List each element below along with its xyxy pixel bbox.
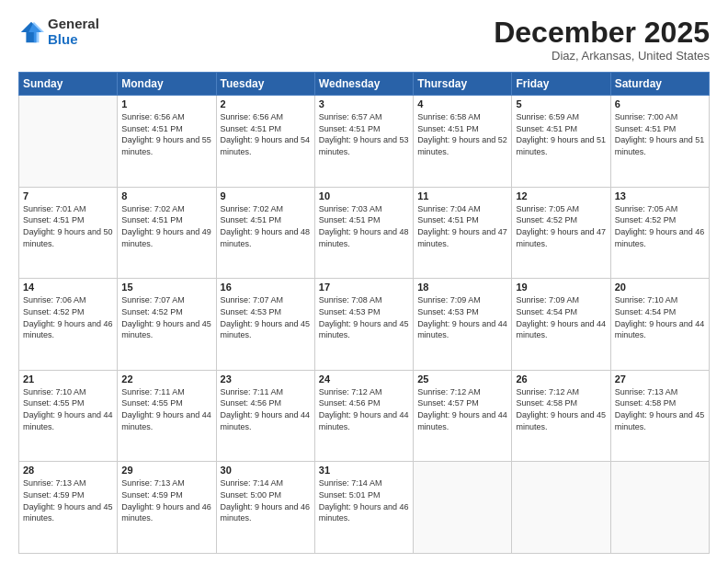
- day-info: Sunrise: 7:12 AMSunset: 4:56 PMDaylight:…: [319, 386, 409, 432]
- table-row: 28Sunrise: 7:13 AMSunset: 4:59 PMDayligh…: [19, 462, 118, 554]
- day-number: 13: [615, 190, 705, 201]
- sunrise-text: Sunrise: 7:12 AM: [417, 387, 481, 396]
- month-title: December 2025: [494, 17, 710, 49]
- table-row: 31Sunrise: 7:14 AMSunset: 5:01 PMDayligh…: [314, 462, 413, 554]
- table-row: [610, 462, 709, 554]
- day-number: 10: [319, 190, 409, 201]
- day-info: Sunrise: 7:14 AMSunset: 5:01 PMDaylight:…: [319, 477, 409, 523]
- sunset-text: Sunset: 4:51 PM: [121, 124, 183, 133]
- logo-general-text: General: [48, 17, 99, 32]
- day-info: Sunrise: 6:58 AMSunset: 4:51 PMDaylight:…: [417, 111, 507, 157]
- table-row: 6Sunrise: 7:00 AMSunset: 4:51 PMDaylight…: [610, 96, 709, 188]
- day-info: Sunrise: 7:13 AMSunset: 4:58 PMDaylight:…: [615, 386, 705, 432]
- sunset-text: Sunset: 4:51 PM: [221, 215, 282, 224]
- sunrise-text: Sunrise: 6:57 AM: [319, 112, 382, 121]
- sunrise-text: Sunrise: 7:02 AM: [221, 204, 284, 213]
- day-number: 24: [319, 373, 409, 385]
- daylight-text: Daylight: 9 hours and 45 minutes.: [516, 410, 606, 431]
- table-row: 29Sunrise: 7:13 AMSunset: 4:59 PMDayligh…: [118, 462, 216, 554]
- sunset-text: Sunset: 4:58 PM: [615, 398, 677, 408]
- day-info: Sunrise: 7:07 AMSunset: 4:53 PMDaylight:…: [221, 294, 311, 340]
- col-monday: Monday: [118, 73, 216, 96]
- calendar-week-1: 1Sunrise: 6:56 AMSunset: 4:51 PMDaylight…: [19, 96, 710, 188]
- daylight-text: Daylight: 9 hours and 44 minutes.: [516, 319, 606, 340]
- calendar-week-2: 7Sunrise: 7:01 AMSunset: 4:51 PMDaylight…: [19, 187, 710, 279]
- table-row: 14Sunrise: 7:06 AMSunset: 4:52 PMDayligh…: [19, 279, 118, 371]
- sunrise-text: Sunrise: 6:59 AM: [516, 112, 579, 121]
- day-number: 16: [221, 282, 311, 293]
- day-number: 7: [23, 190, 113, 201]
- daylight-text: Daylight: 9 hours and 53 minutes.: [319, 135, 409, 156]
- day-info: Sunrise: 7:08 AMSunset: 4:53 PMDaylight:…: [319, 294, 409, 340]
- day-info: Sunrise: 7:07 AMSunset: 4:52 PMDaylight:…: [121, 294, 211, 340]
- table-row: 25Sunrise: 7:12 AMSunset: 4:57 PMDayligh…: [414, 370, 512, 462]
- daylight-text: Daylight: 9 hours and 48 minutes.: [319, 227, 409, 248]
- day-info: Sunrise: 7:11 AMSunset: 4:56 PMDaylight:…: [221, 386, 311, 432]
- day-info: Sunrise: 7:10 AMSunset: 4:54 PMDaylight:…: [615, 294, 705, 340]
- sunrise-text: Sunrise: 7:10 AM: [615, 295, 678, 304]
- day-info: Sunrise: 7:00 AMSunset: 4:51 PMDaylight:…: [615, 111, 705, 157]
- daylight-text: Daylight: 9 hours and 49 minutes.: [121, 227, 211, 248]
- day-info: Sunrise: 7:04 AMSunset: 4:51 PMDaylight:…: [417, 203, 507, 249]
- daylight-text: Daylight: 9 hours and 44 minutes.: [221, 410, 311, 431]
- day-info: Sunrise: 7:11 AMSunset: 4:55 PMDaylight:…: [121, 386, 211, 432]
- sunset-text: Sunset: 4:51 PM: [319, 215, 381, 224]
- daylight-text: Daylight: 9 hours and 45 minutes.: [319, 319, 409, 340]
- daylight-text: Daylight: 9 hours and 54 minutes.: [221, 135, 311, 156]
- sunset-text: Sunset: 4:51 PM: [121, 215, 183, 224]
- day-number: 17: [319, 282, 409, 293]
- calendar-table: Sunday Monday Tuesday Wednesday Thursday…: [18, 72, 710, 554]
- sunset-text: Sunset: 4:55 PM: [23, 398, 85, 408]
- daylight-text: Daylight: 9 hours and 45 minutes.: [615, 410, 705, 431]
- title-block: December 2025 Diaz, Arkansas, United Sta…: [494, 17, 710, 63]
- table-row: 13Sunrise: 7:05 AMSunset: 4:52 PMDayligh…: [610, 187, 709, 279]
- table-row: 24Sunrise: 7:12 AMSunset: 4:56 PMDayligh…: [314, 370, 413, 462]
- sunset-text: Sunset: 5:01 PM: [319, 490, 381, 500]
- day-info: Sunrise: 6:56 AMSunset: 4:51 PMDaylight:…: [121, 111, 211, 157]
- logo: General Blue: [18, 17, 99, 47]
- table-row: 27Sunrise: 7:13 AMSunset: 4:58 PMDayligh…: [610, 370, 709, 462]
- sunrise-text: Sunrise: 7:05 AM: [516, 204, 579, 213]
- day-info: Sunrise: 7:13 AMSunset: 4:59 PMDaylight:…: [23, 477, 113, 523]
- sunset-text: Sunset: 4:53 PM: [221, 307, 282, 316]
- col-saturday: Saturday: [610, 73, 709, 96]
- day-info: Sunrise: 7:02 AMSunset: 4:51 PMDaylight:…: [221, 203, 311, 249]
- day-info: Sunrise: 7:09 AMSunset: 4:53 PMDaylight:…: [417, 294, 507, 340]
- col-thursday: Thursday: [414, 73, 512, 96]
- daylight-text: Daylight: 9 hours and 46 minutes.: [615, 227, 705, 248]
- daylight-text: Daylight: 9 hours and 44 minutes.: [23, 410, 113, 431]
- daylight-text: Daylight: 9 hours and 46 minutes.: [221, 502, 311, 523]
- daylight-text: Daylight: 9 hours and 50 minutes.: [23, 227, 113, 248]
- day-info: Sunrise: 7:03 AMSunset: 4:51 PMDaylight:…: [319, 203, 409, 249]
- table-row: 19Sunrise: 7:09 AMSunset: 4:54 PMDayligh…: [512, 279, 610, 371]
- sunset-text: Sunset: 4:51 PM: [615, 124, 677, 133]
- daylight-text: Daylight: 9 hours and 44 minutes.: [319, 410, 409, 431]
- sunset-text: Sunset: 4:54 PM: [516, 307, 577, 316]
- sunrise-text: Sunrise: 7:06 AM: [23, 295, 86, 304]
- table-row: 22Sunrise: 7:11 AMSunset: 4:55 PMDayligh…: [118, 370, 216, 462]
- sunset-text: Sunset: 4:52 PM: [516, 215, 577, 224]
- table-row: 12Sunrise: 7:05 AMSunset: 4:52 PMDayligh…: [512, 187, 610, 279]
- day-number: 9: [221, 190, 311, 201]
- daylight-text: Daylight: 9 hours and 46 minutes.: [121, 502, 211, 523]
- sunset-text: Sunset: 4:54 PM: [615, 307, 677, 316]
- table-row: 30Sunrise: 7:14 AMSunset: 5:00 PMDayligh…: [216, 462, 314, 554]
- day-info: Sunrise: 7:10 AMSunset: 4:55 PMDaylight:…: [23, 386, 113, 432]
- location: Diaz, Arkansas, United States: [494, 49, 710, 63]
- calendar-week-3: 14Sunrise: 7:06 AMSunset: 4:52 PMDayligh…: [19, 279, 710, 371]
- sunrise-text: Sunrise: 7:07 AM: [221, 295, 284, 304]
- table-row: 23Sunrise: 7:11 AMSunset: 4:56 PMDayligh…: [216, 370, 314, 462]
- daylight-text: Daylight: 9 hours and 45 minutes.: [221, 319, 311, 340]
- daylight-text: Daylight: 9 hours and 45 minutes.: [23, 502, 113, 523]
- col-sunday: Sunday: [19, 73, 118, 96]
- day-info: Sunrise: 6:59 AMSunset: 4:51 PMDaylight:…: [516, 111, 606, 157]
- day-number: 21: [23, 373, 113, 385]
- sunrise-text: Sunrise: 7:02 AM: [121, 204, 185, 213]
- sunrise-text: Sunrise: 7:13 AM: [121, 478, 185, 488]
- table-row: 26Sunrise: 7:12 AMSunset: 4:58 PMDayligh…: [512, 370, 610, 462]
- sunrise-text: Sunrise: 7:13 AM: [23, 478, 86, 488]
- calendar-header-row: Sunday Monday Tuesday Wednesday Thursday…: [19, 73, 710, 96]
- day-number: 12: [516, 190, 606, 201]
- day-number: 14: [23, 282, 113, 293]
- col-tuesday: Tuesday: [216, 73, 314, 96]
